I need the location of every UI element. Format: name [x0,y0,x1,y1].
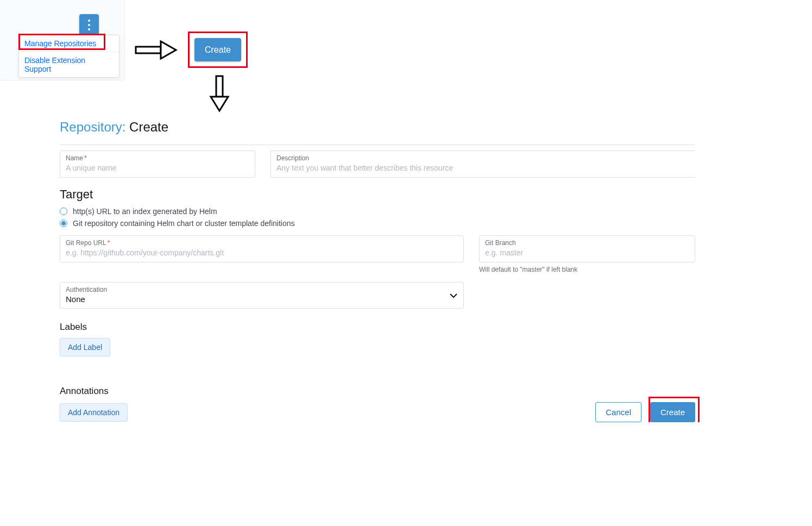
git-branch-hint: Will default to "master" if left blank [479,266,695,273]
svg-rect-0 [136,47,161,53]
git-repo-url-field-wrapper: Git Repo URL* [60,235,464,262]
name-input[interactable] [66,164,249,172]
git-repo-url-label: Git Repo URL [66,239,106,247]
name-field-wrapper: Name* [60,151,255,178]
description-field-wrapper: Description [270,151,695,178]
description-label: Description [276,154,690,162]
chevron-down-icon [449,291,458,300]
arrow-down-icon [209,75,230,113]
git-branch-field-wrapper: Git Branch [479,235,695,262]
annotation-highlight-create-top [188,32,248,68]
radio-http-icon [60,208,67,215]
annotation-highlight-create-bottom [649,397,700,422]
required-asterisk: * [84,154,87,162]
page-title-prefix: Repository: [60,120,125,134]
add-annotation-button[interactable]: Add Annotation [60,403,128,422]
target-option-http-label: http(s) URL to an index generated by Hel… [73,207,217,216]
kebab-menu-button[interactable] [79,14,99,36]
radio-git-icon [60,220,67,227]
target-option-git-label: Git repository containing Helm chart or … [73,219,295,228]
target-heading: Target [60,187,695,202]
svg-rect-2 [216,76,223,97]
arrow-right-icon [135,39,178,61]
target-option-http-row[interactable]: http(s) URL to an index generated by Hel… [60,207,695,216]
cancel-button[interactable]: Cancel [595,402,641,422]
authentication-label: Authentication [66,286,458,293]
svg-marker-3 [211,97,228,111]
name-label: Name [66,154,83,162]
authentication-select[interactable]: Authentication None [60,282,464,309]
required-asterisk: * [108,239,110,247]
annotation-highlight-manage-repositories [18,34,105,50]
svg-marker-1 [161,41,176,59]
annotations-heading: Annotations [60,386,128,397]
git-repo-url-input[interactable] [66,248,458,257]
page-title-suffix: Create [129,120,168,134]
kebab-dots-icon [88,20,90,30]
add-label-button[interactable]: Add Label [60,338,110,356]
authentication-value: None [66,295,458,304]
description-input[interactable] [276,164,690,172]
git-branch-input[interactable] [485,248,689,257]
labels-heading: Labels [60,322,695,333]
git-branch-label: Git Branch [485,239,689,247]
page-title: Repository: Create [60,120,695,135]
menu-item-disable-extension-support[interactable]: Disable Extension Support [19,52,119,77]
divider [60,145,695,145]
target-option-git-row[interactable]: Git repository containing Helm chart or … [60,219,695,228]
